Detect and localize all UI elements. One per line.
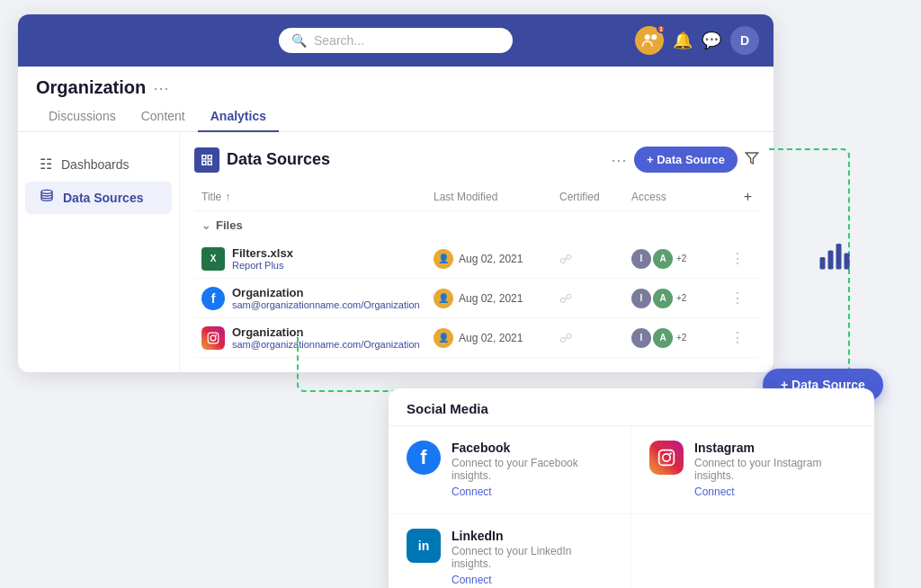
chat-icon[interactable]: 💬 xyxy=(702,31,721,50)
linkedin-info: LinkedIn Connect to your LinkedIn insigh… xyxy=(452,529,613,587)
group-files-label: Files xyxy=(216,218,243,232)
table-header: Title ↑ Last Modified Certified Access + xyxy=(194,183,759,211)
instagram-logo xyxy=(649,441,684,475)
tab-analytics[interactable]: Analytics xyxy=(198,102,279,132)
user-thumb-2: 👤 xyxy=(434,289,453,308)
svg-point-0 xyxy=(645,34,650,40)
row-info-1: Filters.xlsx Report Plus xyxy=(232,246,293,271)
search-bar[interactable]: 🔍 Search... xyxy=(279,28,513,53)
badge-plus-2: +2 xyxy=(676,293,686,303)
scene: 🔍 Search... 1 🔔 💬 D xyxy=(0,0,921,588)
social-panel: Social Media f Facebook Connect to your … xyxy=(389,388,874,588)
svg-rect-4 xyxy=(208,155,211,158)
badge-plus-1: +2 xyxy=(676,254,686,263)
svg-point-2 xyxy=(41,190,52,193)
badge-a-2: A xyxy=(653,289,673,308)
sidebar-item-data-sources[interactable]: Data Sources xyxy=(25,182,172,214)
access-badges-2: I A +2 xyxy=(631,289,730,308)
facebook-name: Facebook xyxy=(452,441,613,455)
panel-actions: ⋯ + Data Source xyxy=(611,147,759,173)
add-column-button[interactable]: + xyxy=(744,189,752,205)
svg-point-9 xyxy=(210,335,216,341)
certified-icon-1: ☍ xyxy=(559,252,631,266)
database-icon xyxy=(40,189,54,207)
col-certified-header: Certified xyxy=(559,191,631,203)
facebook-info: Facebook Connect to your Facebook insigh… xyxy=(452,441,613,499)
row-more-2[interactable]: ⋮ xyxy=(730,290,752,307)
svg-rect-15 xyxy=(659,450,675,466)
instagram-connect-link[interactable]: Connect xyxy=(694,486,735,498)
linkedin-connect-link[interactable]: Connect xyxy=(452,574,492,586)
tab-discussions[interactable]: Discussions xyxy=(36,102,129,132)
instagram-name: Instagram xyxy=(694,441,856,455)
sidebar-label-dashboards: Dashboards xyxy=(61,157,130,172)
svg-rect-3 xyxy=(202,155,206,158)
linkedin-name: LinkedIn xyxy=(452,529,613,543)
linkedin-logo: in xyxy=(407,529,441,563)
panel-more-icon[interactable]: ⋯ xyxy=(611,150,627,170)
col-add-header: + xyxy=(730,189,752,205)
org-title: Organization xyxy=(36,77,146,98)
row-name-3: Organization xyxy=(232,325,420,339)
instagram-icon xyxy=(201,326,225,350)
facebook-connect-link[interactable]: Connect xyxy=(452,486,492,498)
panel-title-icon xyxy=(194,147,219,173)
main-content: ☷ Dashboards Data Sources xyxy=(18,132,773,372)
bar-chart-icon xyxy=(818,238,851,278)
org-header: Organization ⋯ xyxy=(18,67,773,98)
row-name-2: Organization xyxy=(232,286,420,299)
filter-button[interactable] xyxy=(745,151,759,169)
social-item-facebook: f Facebook Connect to your Facebook insi… xyxy=(389,426,631,514)
notification-avatar[interactable]: 1 xyxy=(635,26,664,55)
row-date-1: 👤 Aug 02, 2021 xyxy=(434,249,559,269)
user-thumb-1: 👤 xyxy=(434,249,453,269)
sidebar-item-dashboards[interactable]: ☷ Dashboards xyxy=(25,148,172,180)
content-area: Organization ⋯ Discussions Content Analy… xyxy=(18,67,773,372)
panel-title-group: Data Sources xyxy=(194,147,330,173)
notification-dot: 1 xyxy=(657,24,666,33)
tab-content[interactable]: Content xyxy=(129,102,198,132)
badge-i-1: I xyxy=(631,249,651,269)
top-bar-right: 1 🔔 💬 D xyxy=(635,26,759,55)
social-item-instagram: Instagram Connect to your Instagram insi… xyxy=(631,426,874,514)
row-more-1[interactable]: ⋮ xyxy=(730,250,752,267)
search-icon: 🔍 xyxy=(291,33,307,48)
row-date-2: 👤 Aug 02, 2021 xyxy=(434,289,559,308)
row-more-3[interactable]: ⋮ xyxy=(730,329,752,346)
data-panel: Data Sources ⋯ + Data Source xyxy=(180,132,773,372)
dashboards-icon: ☷ xyxy=(40,156,52,173)
svg-point-1 xyxy=(651,34,657,40)
svg-rect-6 xyxy=(208,161,211,165)
social-panel-header: Social Media xyxy=(389,388,874,426)
badge-a-3: A xyxy=(653,328,673,348)
row-title-2: f Organization sam@organizationname.com/… xyxy=(201,286,434,310)
row-info-2: Organization sam@organizationname.com/Or… xyxy=(232,286,420,310)
top-bar: 🔍 Search... 1 🔔 💬 D xyxy=(18,14,773,67)
col-title-header: Title ↑ xyxy=(201,191,434,203)
svg-rect-12 xyxy=(828,251,834,270)
main-window: 🔍 Search... 1 🔔 💬 D xyxy=(18,14,773,372)
badge-i-3: I xyxy=(631,328,651,348)
row-title-1: X Filters.xlsx Report Plus xyxy=(201,246,434,271)
bell-icon[interactable]: 🔔 xyxy=(673,31,693,50)
certified-icon-2: ☍ xyxy=(559,291,631,306)
panel-header: Data Sources ⋯ + Data Source xyxy=(194,147,759,173)
row-subtitle-3: sam@organizationname.com/Organization xyxy=(232,339,420,350)
chevron-icon: ⌄ xyxy=(201,219,210,232)
add-data-source-button[interactable]: + Data Source xyxy=(634,147,738,173)
table-row: Organization sam@organizationname.com/Or… xyxy=(194,318,759,358)
row-title-3: Organization sam@organizationname.com/Or… xyxy=(201,325,434,350)
social-grid: f Facebook Connect to your Facebook insi… xyxy=(389,426,874,588)
sidebar: ☷ Dashboards Data Sources xyxy=(18,132,180,372)
certified-icon-3: ☍ xyxy=(559,331,631,345)
panel-title: Data Sources xyxy=(227,150,330,169)
svg-rect-14 xyxy=(845,254,850,270)
table-row: X Filters.xlsx Report Plus 👤 Aug 02, 202… xyxy=(194,239,759,279)
linkedin-desc: Connect to your LinkedIn insights. xyxy=(452,545,613,570)
more-icon[interactable]: ⋯ xyxy=(153,78,169,98)
badge-plus-3: +2 xyxy=(676,333,686,343)
sidebar-label-data-sources: Data Sources xyxy=(63,191,143,205)
search-input[interactable]: Search... xyxy=(314,33,364,48)
user-avatar[interactable]: D xyxy=(730,26,759,55)
group-files[interactable]: ⌄ Files xyxy=(194,211,759,239)
